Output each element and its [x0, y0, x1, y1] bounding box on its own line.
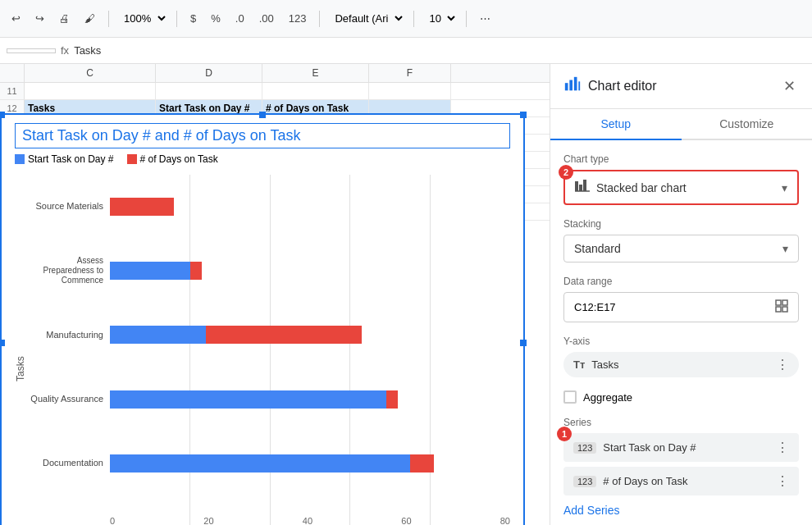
print-btn[interactable]: 🖨 — [54, 9, 75, 28]
svg-rect-1 — [569, 80, 573, 90]
bar-blue — [110, 390, 386, 409]
chart-plot: Source Materials AssessPreparedness toCo… — [30, 175, 510, 525]
series-left-2: 123 # of Days on Task — [573, 475, 687, 487]
bar-blue — [110, 326, 206, 344]
legend-red-dot — [127, 154, 137, 164]
bar-label: Documentation — [30, 458, 103, 468]
col-d-header: D — [156, 64, 262, 82]
aggregate-checkbox[interactable] — [563, 390, 577, 404]
legend-blue: Start Task on Day # — [15, 153, 114, 165]
data-range-input[interactable]: C12:E17 — [563, 292, 799, 322]
more-options-btn[interactable]: ⋯ — [475, 9, 495, 28]
currency-btn[interactable]: $ — [185, 9, 201, 28]
svg-rect-6 — [583, 180, 586, 191]
chart-handle-tm[interactable] — [259, 112, 266, 118]
chart-handle-mr[interactable] — [520, 340, 527, 346]
bar-red — [190, 262, 203, 280]
y-axis-value: Tasks — [591, 358, 618, 371]
aggregate-section: Aggregate — [563, 390, 799, 404]
svg-rect-0 — [565, 83, 568, 90]
cell[interactable] — [262, 83, 369, 99]
paint-format-btn[interactable]: 🖌 — [80, 9, 100, 28]
chart-handle-tl[interactable] — [0, 112, 5, 118]
sep4 — [413, 11, 414, 27]
bar-track — [110, 198, 510, 216]
col-c-header: C — [25, 64, 156, 82]
stacking-section: Stacking Standard ▾ — [563, 218, 799, 262]
bar-row-qa: Quality Assurance — [30, 385, 510, 414]
formula-input[interactable] — [74, 44, 805, 57]
aggregate-label: Aggregate — [583, 391, 632, 404]
sep5 — [466, 11, 467, 27]
bar-track — [110, 262, 510, 280]
badge-2: 2 — [559, 165, 573, 180]
x-tick: 20 — [203, 516, 213, 525]
percent-btn[interactable]: % — [206, 9, 226, 28]
y-axis-label: Tasks — [15, 175, 26, 525]
tt-icon: Tт — [573, 358, 585, 371]
chart-inner: Start Task on Day # # of Days on Task Ta… — [2, 115, 523, 525]
data-range-value: C12:E17 — [574, 301, 616, 313]
add-series-btn[interactable]: Add Series — [563, 500, 619, 520]
zoom-select[interactable]: 100% — [117, 10, 168, 27]
dec-inc-btn[interactable]: .00 — [254, 9, 279, 28]
bar-blue — [110, 262, 190, 280]
series-dots-icon-2[interactable]: ⋮ — [776, 473, 789, 489]
chart-handle-ml[interactable] — [0, 340, 5, 346]
badge-1: 1 — [557, 427, 572, 441]
chart-type-section: Chart type 2 Stacked bar chart — [563, 153, 799, 205]
svg-rect-8 — [776, 300, 781, 305]
sep1 — [108, 11, 109, 27]
series-label-1: Start Task on Day # — [603, 441, 696, 454]
redo-btn[interactable]: ↪ — [30, 9, 49, 28]
y-axis-item[interactable]: Tт Tasks ⋮ — [563, 352, 799, 377]
svg-rect-4 — [575, 181, 578, 191]
chart-type-select[interactable]: 2 Stacked bar chart ▾ — [563, 170, 799, 205]
series-dots-icon-1[interactable]: ⋮ — [776, 440, 789, 455]
font-size-select[interactable]: 10 — [422, 10, 458, 27]
format-btn[interactable]: 123 — [284, 9, 312, 28]
chart-container[interactable]: Start Task on Day # # of Days on Task Ta… — [0, 113, 525, 525]
tab-setup[interactable]: Setup — [550, 109, 682, 140]
chart-title-input[interactable] — [15, 123, 510, 148]
chevron-down-icon: ▾ — [782, 181, 787, 194]
bar-row-assess: AssessPreparedness toCommence — [30, 256, 510, 285]
table-row: 11 — [0, 83, 550, 100]
cell[interactable] — [156, 83, 262, 99]
x-tick: 60 — [401, 516, 411, 525]
sep2 — [176, 11, 177, 27]
bar-label: Quality Assurance — [30, 394, 103, 404]
tab-customize[interactable]: Customize — [682, 109, 813, 139]
chart-type-left: Stacked bar chart — [575, 180, 687, 195]
stacking-label: Stacking — [563, 218, 799, 230]
cell[interactable] — [369, 83, 451, 99]
sep3 — [319, 11, 320, 27]
chart-legend: Start Task on Day # # of Days on Task — [15, 153, 510, 165]
editor-close-btn[interactable]: ✕ — [780, 74, 799, 98]
series-item-2[interactable]: 123 # of Days on Task ⋮ — [563, 467, 799, 495]
y-axis-section: Y-axis Tт Tasks ⋮ — [563, 336, 799, 377]
series-left: 123 Start Task on Day # — [573, 441, 696, 454]
bar-label: Manufacturing — [30, 330, 103, 340]
cell[interactable] — [25, 83, 156, 99]
editor-header-left: Chart editor — [563, 75, 657, 98]
formula-bar: fx — [0, 38, 812, 64]
bar-track — [110, 326, 510, 344]
bar-row-source: Source Materials — [30, 192, 510, 221]
dec-dec-btn[interactable]: .0 — [230, 9, 249, 28]
svg-rect-2 — [574, 76, 577, 90]
svg-rect-10 — [776, 307, 781, 312]
bar-track — [110, 454, 510, 472]
fx-label: fx — [61, 44, 69, 57]
stacking-value: Standard — [574, 242, 621, 255]
row-num: 11 — [0, 83, 25, 99]
undo-btn[interactable]: ↩ — [7, 9, 25, 28]
stacking-select[interactable]: Standard ▾ — [563, 235, 799, 262]
bar-red — [110, 198, 174, 216]
three-dots-icon[interactable]: ⋮ — [776, 357, 789, 372]
series-item-1[interactable]: 1 123 Start Task on Day # ⋮ — [563, 433, 799, 462]
font-family-select[interactable]: Default (Ari — [328, 10, 405, 27]
chart-handle-tr[interactable] — [520, 112, 527, 118]
main-area: C D E F 11 12 Tasks Start Task on Day # … — [0, 64, 812, 525]
bar-row-docs: Documentation — [30, 449, 510, 478]
